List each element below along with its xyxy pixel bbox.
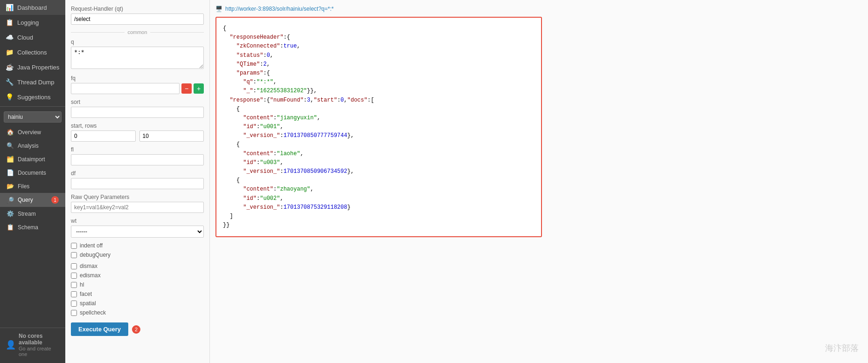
wt-select[interactable]: ------ json xml csv (71, 226, 204, 238)
common-label: common (127, 29, 147, 35)
fl-label: fl (71, 146, 204, 153)
facet-row: facet (71, 291, 204, 297)
sidebar-item-suggestions[interactable]: 💡 Suggestions (0, 89, 65, 104)
sub-nav-label-files: Files (18, 183, 29, 190)
sub-nav-label-overview: Overview (18, 129, 41, 136)
indent-off-row: indent off (71, 242, 204, 249)
sub-nav-item-query[interactable]: 🔎 Query 1 (0, 193, 65, 207)
debug-query-label: debugQuery (80, 252, 111, 258)
hl-checkbox[interactable] (71, 282, 77, 288)
dismax-label: dismax (80, 263, 97, 269)
query-badge: 1 (51, 196, 59, 204)
stream-icon: ⚙️ (7, 210, 14, 217)
documents-icon: 📄 (7, 169, 14, 176)
start-rows-row (71, 130, 204, 142)
facet-label: facet (80, 291, 92, 297)
java-properties-icon: ☕ (6, 63, 14, 71)
rows-input[interactable] (139, 130, 204, 142)
sub-nav-item-stream[interactable]: ⚙️ Stream (0, 207, 65, 220)
logging-icon: 📋 (6, 19, 14, 26)
schema-icon: 📋 (7, 224, 14, 231)
query-icon: 🔎 (7, 197, 14, 204)
edismax-label: edismax (80, 272, 101, 279)
q-input[interactable]: *:* (71, 47, 204, 69)
sidebar-bottom: 👤 No cores available Go and create one (0, 328, 65, 363)
execute-badge: 2 (132, 325, 140, 334)
common-section-divider: common (71, 29, 204, 35)
handler-input[interactable] (71, 14, 204, 25)
fl-group: fl (71, 146, 204, 165)
sub-nav-item-dataimport[interactable]: 🗂️ Dataimport (0, 152, 65, 166)
edismax-checkbox[interactable] (71, 273, 77, 279)
no-cores-text: No cores available (19, 333, 60, 346)
overview-icon: 🏠 (7, 129, 14, 136)
json-response-container: { "responseHeader":{ "zkConnected":true,… (215, 17, 542, 237)
query-panel: Request-Handler (qt) common q *:* fq − +… (65, 0, 210, 363)
sidebar-item-thread-dump[interactable]: 🔧 Thread Dump (0, 75, 65, 89)
q-group: q *:* (71, 39, 204, 70)
sidebar-item-dashboard[interactable]: 📊 Dashboard (0, 0, 65, 15)
cloud-icon: ☁️ (6, 34, 14, 41)
suggestions-icon: 💡 (6, 93, 14, 101)
sidebar-label-java-properties: Java Properties (17, 64, 59, 71)
fq-input[interactable] (71, 83, 180, 94)
df-input[interactable] (71, 178, 204, 189)
collection-select[interactable]: hainiu (4, 111, 62, 123)
sidebar-item-java-properties[interactable]: ☕ Java Properties (0, 60, 65, 75)
raw-params-input[interactable] (71, 202, 204, 213)
start-input[interactable] (71, 130, 136, 142)
main-content: Request-Handler (qt) common q *:* fq − +… (65, 0, 868, 363)
result-url-bar: 🖥️ http://worker-3:8983/solr/hainiu/sele… (215, 6, 862, 12)
indent-off-checkbox[interactable] (71, 243, 77, 249)
df-label: df (71, 170, 204, 177)
hl-label: hl (80, 281, 84, 288)
result-panel: 🖥️ http://worker-3:8983/solr/hainiu/sele… (210, 0, 868, 363)
indent-off-label: indent off (80, 242, 103, 249)
debug-query-checkbox[interactable] (71, 252, 77, 258)
fq-add-button[interactable]: + (194, 83, 204, 94)
dismax-checkbox[interactable] (71, 263, 77, 269)
go-create-text: Go and create one (19, 346, 60, 357)
raw-params-label: Raw Query Parameters (71, 194, 204, 200)
sort-group: sort (71, 99, 204, 118)
sub-nav-label-documents: Documents (18, 170, 46, 176)
dashboard-icon: 📊 (6, 4, 14, 11)
debug-query-row: debugQuery (71, 252, 204, 258)
df-group: df (71, 170, 204, 189)
spatial-label: spatial (80, 300, 96, 307)
fq-remove-button[interactable]: − (181, 83, 192, 94)
result-url-link[interactable]: http://worker-3:8983/solr/hainiu/select?… (225, 6, 333, 12)
fl-input[interactable] (71, 154, 204, 165)
fq-group: fq − + (71, 75, 204, 94)
sort-input[interactable] (71, 107, 204, 118)
checkbox-group-2: dismax edismax hl facet spatial spellche… (71, 263, 204, 316)
fq-row: − + (71, 83, 204, 94)
sub-nav-item-documents[interactable]: 📄 Documents (0, 166, 65, 179)
edismax-row: edismax (71, 272, 204, 279)
checkbox-group-1: indent off debugQuery (71, 242, 204, 258)
raw-params-group: Raw Query Parameters (71, 194, 204, 213)
sub-nav-item-overview[interactable]: 🏠 Overview (0, 125, 65, 139)
wt-label: wt (71, 218, 204, 224)
start-rows-label: start, rows (71, 123, 204, 129)
sidebar-item-collections[interactable]: 📁 Collections (0, 45, 65, 60)
sub-nav-item-files[interactable]: 📂 Files (0, 179, 65, 193)
spellcheck-checkbox[interactable] (71, 310, 77, 316)
spellcheck-row: spellcheck (71, 309, 204, 316)
facet-checkbox[interactable] (71, 291, 77, 297)
sub-nav-item-schema[interactable]: 📋 Schema (0, 220, 65, 234)
collections-icon: 📁 (6, 48, 14, 56)
spellcheck-label: spellcheck (80, 309, 106, 316)
sub-nav-label-stream: Stream (18, 211, 36, 217)
sidebar-label-cloud: Cloud (17, 34, 33, 41)
sub-nav-item-analysis[interactable]: 🔍 Analysis (0, 139, 65, 152)
execute-query-button[interactable]: Execute Query (71, 322, 128, 336)
sidebar-item-logging[interactable]: 📋 Logging (0, 15, 65, 30)
sidebar-item-cloud[interactable]: ☁️ Cloud (0, 30, 65, 45)
spatial-checkbox[interactable] (71, 301, 77, 307)
sub-nav-label-analysis: Analysis (18, 143, 39, 149)
sidebar-label-dashboard: Dashboard (17, 4, 47, 11)
analysis-icon: 🔍 (7, 142, 14, 149)
sub-nav-label-dataimport: Dataimport (18, 156, 45, 163)
fq-label: fq (71, 75, 204, 82)
